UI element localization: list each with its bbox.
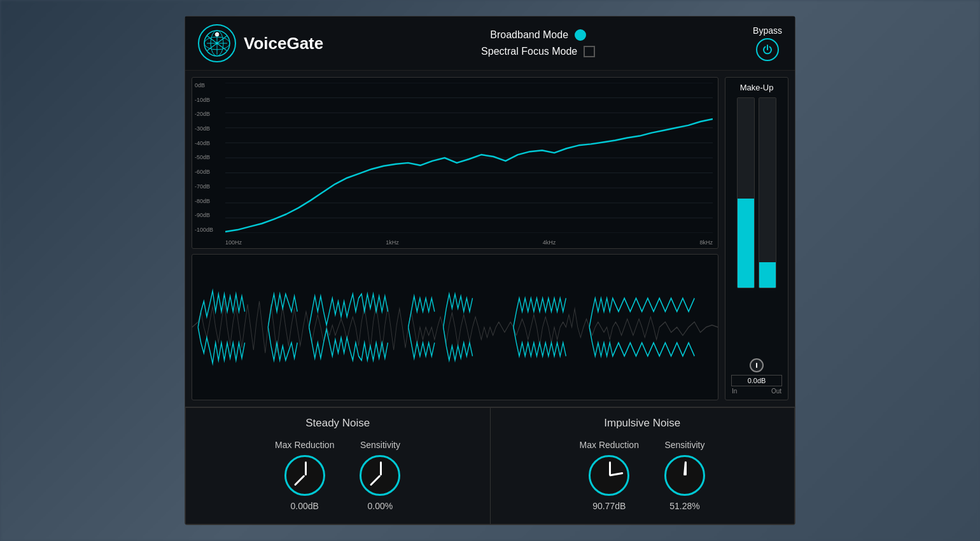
right-panel: Make-Up 0.0dB In — [725, 77, 788, 400]
steady-max-reduction-label: Max Reduction — [275, 440, 334, 450]
db-label-40: -40dB — [195, 141, 213, 146]
broadband-mode-row: Broadband Mode — [490, 29, 586, 41]
impulsive-max-reduction-knob[interactable] — [589, 455, 629, 496]
mode-section: Broadband Mode Spectral Focus Mode — [323, 29, 753, 57]
freq-100hz: 100Hz — [225, 239, 242, 246]
db-label-0: 0dB — [195, 83, 213, 88]
steady-noise-panel: Steady Noise Max Reduction 0.00dB Sensit… — [185, 407, 491, 524]
steady-max-reduction-value: 0.00dB — [291, 501, 319, 511]
freq-4khz: 4kHz — [543, 239, 556, 246]
power-icon — [761, 43, 774, 56]
main-area: 0dB -10dB -20dB -30dB -40dB -50dB -60dB … — [185, 71, 795, 407]
spectral-focus-label: Spectral Focus Mode — [481, 46, 577, 57]
spectrum-display: 0dB -10dB -20dB -30dB -40dB -50dB -60dB … — [192, 77, 718, 249]
spectrum-svg — [225, 83, 713, 233]
steady-sensitivity-label: Sensitivity — [360, 440, 400, 450]
meters-container — [729, 97, 784, 352]
waveform-display — [192, 254, 718, 400]
left-panel: 0dB -10dB -20dB -30dB -40dB -50dB -60dB … — [192, 77, 718, 400]
freq-8khz: 8kHz — [699, 239, 713, 246]
makeup-knob-row — [729, 358, 784, 372]
db-label-30: -30dB — [195, 126, 213, 132]
logo-icon — [203, 29, 231, 57]
makeup-knob[interactable] — [750, 358, 764, 372]
freq-1khz: 1kHz — [386, 239, 399, 246]
in-out-labels: In Out — [729, 388, 784, 395]
impulsive-max-reduction-value: 90.77dB — [592, 501, 626, 511]
impulsive-sensitivity-knob[interactable] — [664, 455, 705, 496]
impulsive-sensitivity-value: 51.28% — [669, 501, 699, 511]
db-labels: 0dB -10dB -20dB -30dB -40dB -50dB -60dB … — [195, 83, 213, 233]
out-label: Out — [771, 388, 781, 395]
db-label-50: -50dB — [195, 155, 213, 160]
spectral-mode-checkbox[interactable] — [584, 46, 595, 57]
bypass-label: Bypass — [753, 25, 782, 36]
steady-max-reduction-group: Max Reduction 0.00dB — [275, 440, 334, 511]
makeup-title: Make-Up — [740, 83, 774, 92]
db-label-20: -20dB — [195, 111, 213, 117]
impulsive-noise-title: Impulsive Noise — [604, 417, 680, 430]
impulsive-noise-knobs: Max Reduction 90.77dB Sensitivity 51.28% — [580, 440, 705, 511]
waveform-svg — [192, 255, 718, 400]
steady-noise-knobs: Max Reduction 0.00dB Sensitivity 0.00% — [275, 440, 400, 511]
impulsive-max-reduction-label: Max Reduction — [580, 440, 639, 450]
out-meter — [759, 97, 776, 288]
plugin-window: VoiceGate Broadband Mode Spectral Focus … — [185, 16, 795, 525]
steady-noise-title: Steady Noise — [305, 417, 370, 430]
steady-max-reduction-knob[interactable] — [284, 455, 325, 496]
impulsive-sensitivity-label: Sensitivity — [664, 440, 704, 450]
db-label-10: -10dB — [195, 97, 213, 103]
steady-sensitivity-knob[interactable] — [360, 455, 400, 496]
db-label-100: -100dB — [195, 227, 213, 233]
cyan-waveform — [198, 291, 694, 363]
db-label-80: -80dB — [195, 199, 213, 204]
bottom-section: Steady Noise Max Reduction 0.00dB Sensit… — [185, 407, 795, 524]
steady-sensitivity-value: 0.00% — [368, 501, 393, 511]
db-label-70: -70dB — [195, 184, 213, 190]
in-label: In — [732, 388, 737, 395]
db-label-90: -90dB — [195, 213, 213, 218]
svg-point-7 — [216, 42, 218, 45]
bypass-button[interactable] — [756, 38, 779, 61]
broadband-mode-label: Broadband Mode — [490, 29, 568, 41]
in-meter — [737, 97, 755, 288]
logo-area: VoiceGate — [198, 24, 323, 62]
impulsive-sensitivity-group: Sensitivity 51.28% — [664, 440, 705, 511]
app-title: VoiceGate — [244, 34, 323, 53]
freq-labels: 100Hz 1kHz 4kHz 8kHz — [225, 239, 713, 246]
db-label-60: -60dB — [195, 169, 213, 175]
header: VoiceGate Broadband Mode Spectral Focus … — [185, 17, 795, 71]
steady-sensitivity-group: Sensitivity 0.00% — [360, 440, 400, 511]
impulsive-noise-panel: Impulsive Noise Max Reduction 90.77dB Se… — [491, 407, 795, 524]
logo-circle — [198, 24, 236, 62]
spectral-mode-row: Spectral Focus Mode — [481, 46, 595, 57]
broadband-mode-radio[interactable] — [575, 29, 586, 41]
bypass-section: Bypass — [753, 25, 782, 61]
makeup-value: 0.0dB — [731, 375, 782, 386]
impulsive-max-reduction-group: Max Reduction 90.77dB — [580, 440, 639, 511]
